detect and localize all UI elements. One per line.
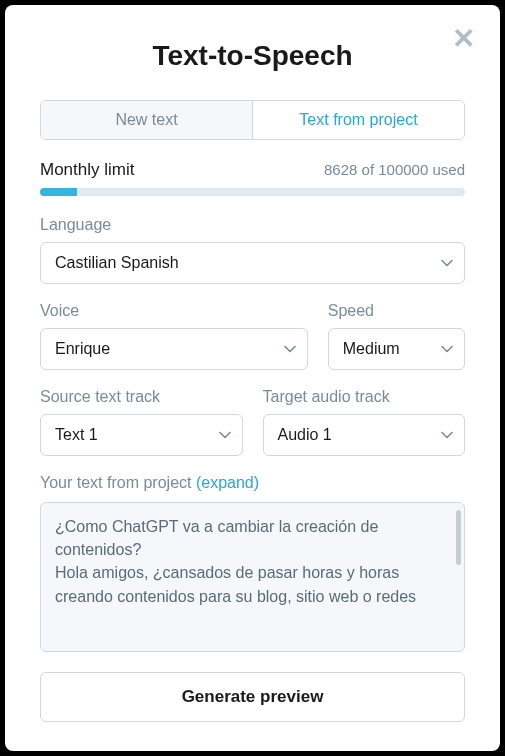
source-track-value: Text 1 — [55, 426, 98, 444]
limit-row: Monthly limit 8628 of 100000 used — [40, 160, 465, 180]
target-track-select[interactable]: Audio 1 — [263, 414, 466, 456]
limit-progress-bar — [40, 188, 465, 196]
tab-new-text[interactable]: New text — [41, 101, 253, 139]
limit-label: Monthly limit — [40, 160, 134, 180]
close-icon[interactable]: ✕ — [452, 25, 475, 53]
textarea-label: Your text from project — [40, 474, 196, 491]
limit-value: 8628 of 100000 used — [324, 161, 465, 178]
textarea-label-row: Your text from project (expand) — [40, 474, 465, 492]
voice-label: Voice — [40, 302, 308, 320]
language-value: Castilian Spanish — [55, 254, 179, 272]
modal-title: Text-to-Speech — [40, 40, 465, 72]
voice-value: Enrique — [55, 340, 110, 358]
tab-group: New text Text from project — [40, 100, 465, 140]
language-label: Language — [40, 216, 465, 234]
tab-text-from-project[interactable]: Text from project — [253, 101, 464, 139]
speed-select[interactable]: Medium — [328, 328, 465, 370]
target-track-value: Audio 1 — [278, 426, 332, 444]
speed-label: Speed — [328, 302, 465, 320]
language-select[interactable]: Castilian Spanish — [40, 242, 465, 284]
source-track-select[interactable]: Text 1 — [40, 414, 243, 456]
tts-modal: ✕ Text-to-Speech New text Text from proj… — [5, 5, 500, 751]
project-text-area[interactable] — [40, 502, 465, 652]
scrollbar-thumb[interactable] — [456, 510, 461, 565]
speed-value: Medium — [343, 340, 400, 358]
generate-preview-button[interactable]: Generate preview — [40, 672, 465, 722]
target-track-label: Target audio track — [263, 388, 466, 406]
limit-progress-fill — [40, 188, 77, 196]
voice-select[interactable]: Enrique — [40, 328, 308, 370]
source-track-label: Source text track — [40, 388, 243, 406]
expand-link[interactable]: (expand) — [196, 474, 259, 491]
